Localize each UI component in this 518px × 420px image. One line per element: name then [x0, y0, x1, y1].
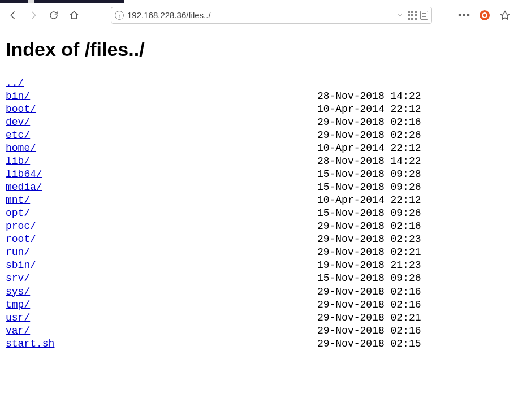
- listing-link[interactable]: usr/: [6, 312, 30, 323]
- url-text[interactable]: 192.168.228.36/files../: [127, 10, 392, 20]
- listing-link[interactable]: sbin/: [6, 259, 36, 271]
- listing-link[interactable]: mnt/: [6, 194, 30, 206]
- url-bar[interactable]: i 192.168.228.36/files../: [111, 7, 432, 24]
- listing-link[interactable]: tmp/: [6, 299, 30, 310]
- reload-button[interactable]: [45, 7, 62, 24]
- history-dropdown-icon[interactable]: [395, 11, 404, 20]
- directory-listing: ../ bin/ 28-Nov-2018 14:22 - boot/ 10-Ap…: [6, 77, 512, 350]
- listing-link[interactable]: lib/: [6, 155, 30, 167]
- listing-link[interactable]: opt/: [6, 207, 30, 219]
- svg-marker-0: [501, 11, 510, 19]
- home-button[interactable]: [66, 7, 83, 24]
- back-button[interactable]: [5, 7, 21, 24]
- listing-link[interactable]: dev/: [6, 116, 30, 128]
- site-info-icon[interactable]: i: [115, 11, 124, 20]
- window-top-edge: [0, 0, 518, 3]
- listing-link[interactable]: bin/: [6, 90, 30, 102]
- listing-link[interactable]: root/: [6, 233, 36, 245]
- listing-link[interactable]: run/: [6, 246, 30, 258]
- divider-top: [6, 71, 512, 71]
- listing-link[interactable]: etc/: [6, 129, 30, 141]
- page-actions-button[interactable]: •••: [456, 7, 473, 24]
- listing-link[interactable]: lib64/: [6, 168, 42, 180]
- listing-link[interactable]: home/: [6, 142, 36, 154]
- listing-link[interactable]: srv/: [6, 272, 30, 284]
- listing-link[interactable]: sys/: [6, 286, 30, 297]
- listing-link[interactable]: boot/: [6, 103, 36, 115]
- bookmark-star-icon[interactable]: [497, 7, 513, 24]
- browser-toolbar: i 192.168.228.36/files../ •••: [0, 3, 518, 27]
- forward-button[interactable]: [25, 7, 42, 24]
- reader-mode-icon[interactable]: [420, 11, 428, 20]
- listing-link[interactable]: proc/: [6, 220, 36, 232]
- listing-link[interactable]: var/: [6, 325, 30, 336]
- divider-bottom: [6, 354, 512, 354]
- qr-icon[interactable]: [408, 11, 417, 20]
- page-content: Index of /files../ ../ bin/ 28-Nov-2018 …: [0, 27, 518, 362]
- parent-dir-link[interactable]: ../: [6, 77, 24, 89]
- listing-link[interactable]: start.sh: [6, 338, 54, 349]
- listing-link[interactable]: media/: [6, 181, 42, 193]
- ubuntu-icon[interactable]: [476, 7, 493, 24]
- page-title: Index of /files../: [6, 38, 512, 60]
